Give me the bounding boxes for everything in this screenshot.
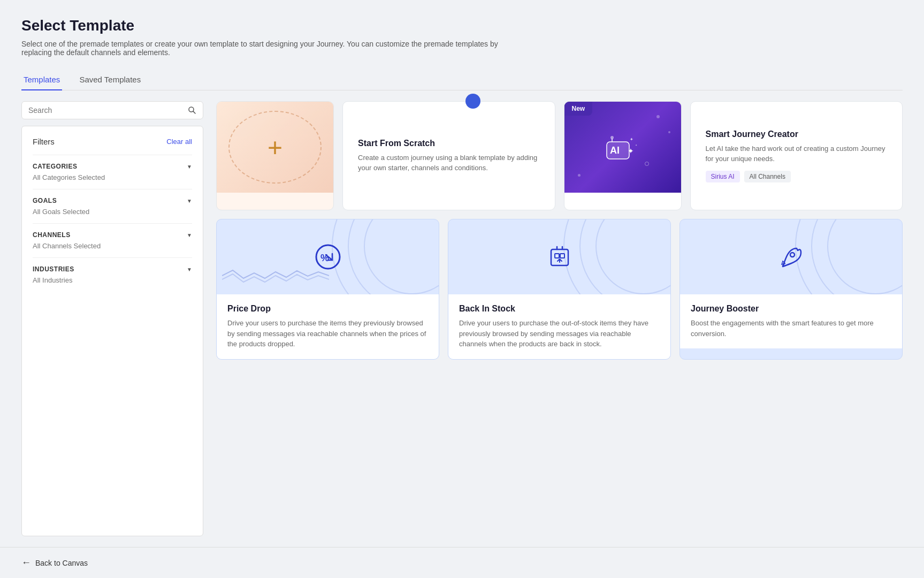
industries-value: All Industries <box>33 276 192 284</box>
filter-section-industries: INDUSTRIES ▼ All Industries <box>33 265 192 284</box>
back-in-stock-desc: Drive your users to purchase the out-of-… <box>459 318 660 349</box>
template-card-ai-text[interactable]: Smart Journey Creator Let AI take the ha… <box>690 101 903 210</box>
tab-templates[interactable]: Templates <box>21 70 62 90</box>
goals-value: All Goals Selected <box>33 208 192 216</box>
ai-robot-icon: ✦ ✦ AI ✦ <box>604 131 642 163</box>
channels-title: CHANNELS <box>33 231 71 239</box>
svg-point-8 <box>610 136 614 139</box>
goals-header[interactable]: GOALS ▼ <box>33 197 192 204</box>
industries-title: INDUSTRIES <box>33 265 74 273</box>
categories-title: CATEGORIES <box>33 163 77 170</box>
filters-header: Filters Clear all <box>33 137 192 146</box>
circle-bg-6 <box>563 219 670 294</box>
search-input[interactable] <box>28 106 188 115</box>
template-card-ai[interactable]: New ✦ ✦ <box>564 101 682 210</box>
svg-rect-14 <box>560 254 564 258</box>
template-card-price-drop[interactable]: % Price Drop Drive your users to purchas… <box>216 219 439 360</box>
industries-header[interactable]: INDUSTRIES ▼ <box>33 265 192 273</box>
journey-booster-visual <box>680 219 902 294</box>
footer: ← Back to Canvas <box>0 547 924 578</box>
ai-card-info <box>564 193 681 210</box>
back-in-stock-title: Back In Stock <box>459 304 660 314</box>
back-in-stock-icon <box>546 243 574 271</box>
filter-section-channels: CHANNELS ▼ All Channels Selected <box>33 231 192 250</box>
ai-visual: New ✦ ✦ <box>564 102 681 193</box>
sirius-ai-badge: Sirius AI <box>706 171 740 182</box>
svg-text:✦: ✦ <box>635 143 637 147</box>
back-in-stock-info: Back In Stock Drive your users to purcha… <box>448 294 670 359</box>
template-card-scratch-text[interactable]: Start From Scratch Create a custom journ… <box>342 101 555 210</box>
filter-section-goals: GOALS ▼ All Goals Selected <box>33 197 192 216</box>
price-drop-title: Price Drop <box>227 304 428 314</box>
template-card-back-in-stock[interactable]: Back In Stock Drive your users to purcha… <box>448 219 671 360</box>
svg-text:AI: AI <box>610 145 620 156</box>
back-label: Back to Canvas <box>35 559 88 567</box>
categories-value: All Categories Selected <box>33 173 192 181</box>
template-row-1: + Start From Scratch Create a custom jou… <box>216 101 903 210</box>
svg-text:%: % <box>320 253 329 263</box>
wavy-lines-icon <box>222 268 329 284</box>
page-subtitle: Select one of the premade templates or c… <box>21 40 503 57</box>
divider-1 <box>33 189 192 189</box>
back-arrow-icon: ← <box>21 557 31 568</box>
circle-bg-9 <box>795 219 902 294</box>
scratch-plus-icon: + <box>268 133 282 162</box>
channels-chevron-icon: ▼ <box>187 232 192 238</box>
new-badge: New <box>564 102 593 116</box>
journey-booster-title: Journey Booster <box>691 304 891 314</box>
search-icon <box>188 106 196 115</box>
template-card-scratch[interactable]: + <box>216 101 334 210</box>
goals-chevron-icon: ▼ <box>187 198 192 204</box>
categories-header[interactable]: CATEGORIES ▼ <box>33 163 192 170</box>
channels-header[interactable]: CHANNELS ▼ <box>33 231 192 239</box>
filter-section-categories: CATEGORIES ▼ All Categories Selected <box>33 163 192 181</box>
svg-line-1 <box>193 111 195 113</box>
filters-panel: Filters Clear all CATEGORIES ▼ All Categ… <box>21 126 203 536</box>
journey-booster-icon <box>777 243 805 271</box>
search-button[interactable] <box>188 106 196 115</box>
circle-bg-3 <box>332 219 439 294</box>
goals-title: GOALS <box>33 197 57 204</box>
svg-rect-13 <box>555 254 559 258</box>
divider-0 <box>33 155 192 155</box>
ai-card-desc: Let AI take the hard work out of creatin… <box>706 143 888 164</box>
ai-badges: Sirius AI All Channels <box>706 171 888 182</box>
scratch-visual: + <box>217 102 333 193</box>
tabs-row: Templates Saved Templates <box>21 70 903 90</box>
scratch-card-title: Start From Scratch <box>358 139 540 148</box>
blue-dot-indicator <box>465 94 480 109</box>
sidebar: Filters Clear all CATEGORIES ▼ All Categ… <box>21 101 203 536</box>
categories-chevron-icon: ▼ <box>187 164 192 170</box>
industries-chevron-icon: ▼ <box>187 267 192 272</box>
tab-saved-templates[interactable]: Saved Templates <box>77 70 143 90</box>
filters-label: Filters <box>33 137 55 146</box>
template-row-2: % Price Drop Drive your users to purchas… <box>216 219 903 360</box>
template-card-journey-booster[interactable]: Journey Booster Boost the engagements wi… <box>679 219 903 360</box>
price-drop-visual: % <box>217 219 439 294</box>
templates-grid: + Start From Scratch Create a custom jou… <box>203 101 903 536</box>
price-drop-info: Price Drop Drive your users to purchase … <box>217 294 439 359</box>
svg-text:✦: ✦ <box>628 147 634 155</box>
journey-booster-desc: Boost the engagements with the smart fea… <box>691 318 891 339</box>
journey-booster-info: Journey Booster Boost the engagements wi… <box>680 294 902 348</box>
clear-all-button[interactable]: Clear all <box>166 138 192 146</box>
all-channels-badge: All Channels <box>744 171 791 182</box>
scratch-card-desc: Create a custom journey using a blank te… <box>358 153 540 173</box>
back-in-stock-visual <box>448 219 670 294</box>
svg-text:✦: ✦ <box>630 137 633 142</box>
svg-point-17 <box>790 253 795 257</box>
search-wrapper <box>21 101 203 119</box>
price-drop-icon: % <box>314 243 342 271</box>
back-to-canvas-button[interactable]: ← Back to Canvas <box>21 557 88 568</box>
page-title: Select Template <box>21 17 903 34</box>
divider-2 <box>33 223 192 224</box>
channels-value: All Channels Selected <box>33 242 192 250</box>
divider-3 <box>33 257 192 258</box>
price-drop-desc: Drive your users to purchase the items t… <box>227 318 428 349</box>
scratch-info <box>217 193 333 210</box>
ai-card-title: Smart Journey Creator <box>706 130 888 139</box>
